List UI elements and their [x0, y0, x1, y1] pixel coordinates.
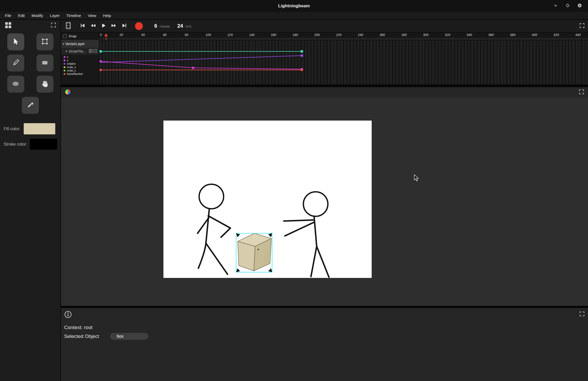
playhead-line	[106, 36, 106, 40]
rewind-button[interactable]	[89, 22, 97, 31]
grid-toggle-icon[interactable]	[89, 49, 93, 54]
stroke-color-swatch[interactable]	[30, 139, 57, 150]
layer-name: VectorLayer	[65, 42, 85, 46]
panel-divider	[61, 85, 588, 87]
property-row-scale-x[interactable]: scale_x	[61, 66, 99, 69]
ruler-tick-label: 0	[100, 33, 102, 37]
box-object[interactable]	[238, 233, 271, 271]
fast-forward-button[interactable]	[109, 22, 118, 31]
selected-object-row: Selected Object box	[64, 333, 148, 340]
tool-eyedropper[interactable]	[22, 97, 39, 114]
tool-hand[interactable]	[36, 76, 53, 93]
skip-to-end-button[interactable]	[120, 22, 129, 31]
timeline-ruler[interactable]: 0204060801001201401601802002202402602803…	[99, 32, 588, 40]
property-name: rotation	[67, 62, 76, 65]
minimize-button[interactable]	[553, 3, 559, 9]
inspector-expand-button[interactable]	[579, 311, 585, 318]
ruler-tick-label: 420	[554, 33, 559, 37]
sidebar-header	[0, 20, 60, 31]
keyframe-color-dot	[64, 66, 65, 68]
panel-divider	[61, 306, 588, 308]
disclosure-triangle-icon[interactable]: ▾	[66, 50, 67, 53]
stick-figure-left[interactable]	[198, 184, 230, 274]
window-title: Lightningbeam	[0, 3, 588, 9]
ruler-tick-label: 320	[445, 33, 450, 37]
selection-handle[interactable]	[268, 268, 272, 272]
info-button[interactable]	[64, 311, 72, 319]
tool-transform[interactable]	[36, 33, 53, 50]
tool-grid	[0, 33, 60, 114]
selected-object-value[interactable]: box	[110, 333, 148, 340]
expand-icon	[579, 23, 585, 29]
timeline-tracks-panel[interactable]: 0204060801001201401601802002202402602803…	[99, 32, 588, 85]
close-button[interactable]	[577, 3, 583, 9]
fps-value[interactable]: 24	[177, 23, 183, 29]
maximize-button[interactable]	[565, 3, 571, 9]
fill-color-swatch[interactable]	[24, 123, 55, 134]
pivot-point	[258, 249, 259, 250]
stroke-color-row: Stroke color:	[0, 139, 60, 150]
keyframe-color-dot	[64, 70, 65, 72]
ruler-tick-label: 300	[423, 33, 428, 37]
ruler-ticks	[99, 38, 588, 40]
film-strip-icon	[65, 22, 72, 31]
selection-handle[interactable]	[268, 233, 272, 237]
tool-rectangle[interactable]	[36, 55, 53, 72]
tool-ellipse[interactable]	[7, 76, 24, 93]
record-button[interactable]	[135, 22, 143, 30]
menu-timeline[interactable]: Timeline	[63, 12, 84, 20]
playback-controls	[78, 22, 129, 31]
tool-select[interactable]	[7, 33, 24, 50]
menu-view[interactable]: View	[84, 12, 100, 20]
menu-edit[interactable]: Edit	[15, 12, 28, 20]
property-row-framenumber[interactable]: frameNumber	[61, 72, 99, 76]
selection-handle[interactable]	[236, 268, 240, 272]
menu-help[interactable]: Help	[100, 12, 114, 20]
sidebar-expand-button[interactable]	[51, 22, 56, 29]
play-button[interactable]	[99, 22, 108, 31]
keyframe-color-dot	[64, 63, 65, 65]
menu-file[interactable]: File	[2, 12, 15, 20]
ruler-tick-label: 360	[488, 33, 494, 37]
cursor-arrow-icon	[11, 37, 20, 47]
skip-start-icon	[79, 22, 86, 30]
property-row-rotation[interactable]: rotation	[61, 62, 99, 66]
timeline-layer-list: Snap ▾ VectorLayer ▾ 151ad70a...	[61, 32, 99, 85]
disclosure-triangle-icon[interactable]: ▾	[63, 42, 64, 46]
object-row[interactable]: ▾ 151ad70a...	[61, 48, 99, 55]
film-button[interactable]	[65, 22, 72, 31]
timeline-expand-button[interactable]	[579, 23, 585, 29]
color-wheel-button[interactable]	[65, 89, 71, 96]
ruler-tick-label: 20	[119, 33, 123, 37]
ruler-tick-label: 100	[206, 33, 211, 37]
ruler-tick-label: 240	[358, 33, 363, 37]
layer-row-vectorlayer[interactable]: ▾ VectorLayer	[61, 40, 99, 48]
stage-area[interactable]	[61, 98, 588, 306]
property-row-y[interactable]: y	[61, 59, 99, 62]
stage-canvas[interactable]	[163, 121, 372, 278]
stick-figure-right[interactable]	[284, 192, 329, 277]
ruler-tick-label: 60	[163, 33, 167, 37]
ruler-tick-label: 260	[379, 33, 385, 37]
property-row-scale-y[interactable]: scale_y	[61, 69, 99, 72]
tool-pencil[interactable]	[7, 55, 24, 72]
selection-handle[interactable]	[236, 233, 240, 237]
skip-to-start-button[interactable]	[78, 22, 87, 31]
keyframe-tracks[interactable]	[99, 40, 588, 85]
stage-expand-button[interactable]	[579, 89, 584, 96]
menu-modify[interactable]: Modify	[28, 12, 46, 20]
panel-grid-button[interactable]	[4, 21, 12, 30]
property-name: scale_y	[67, 69, 76, 72]
lightningbeam-window: Lightningbeam File Edit Modify Laye	[0, 0, 588, 381]
ellipse-icon	[11, 79, 20, 89]
stroke-color-label: Stroke color:	[4, 142, 27, 147]
transform-frame-icon	[40, 37, 49, 47]
collapse-toggle-icon[interactable]	[94, 49, 97, 54]
property-row-x[interactable]: x	[61, 55, 99, 59]
frame-number-value[interactable]: 6	[154, 23, 157, 29]
menu-layer[interactable]: Layer	[46, 12, 63, 20]
timeline-curves	[99, 40, 588, 85]
timeline-panel: 6 FRAME 24 FPS Sna	[61, 20, 588, 85]
object-row-icons	[89, 49, 97, 54]
snap-checkbox[interactable]	[63, 34, 67, 38]
